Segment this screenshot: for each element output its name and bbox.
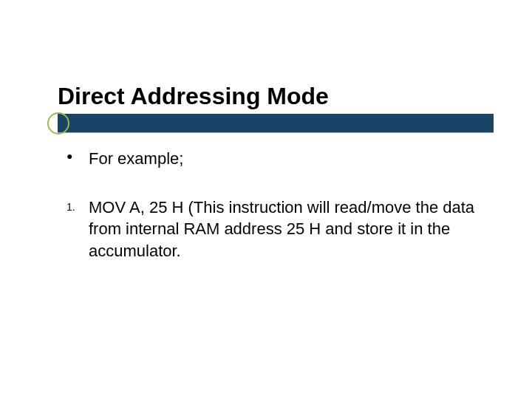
numbered-marker: 1. [66, 197, 89, 217]
slide: Direct Addressing Mode ● For example; 1.… [0, 0, 532, 399]
slide-title: Direct Addressing Mode [58, 83, 502, 110]
bullet-text: For example; [89, 148, 488, 170]
numbered-text: MOV A, 25 H (This instruction will read/… [89, 197, 488, 262]
accent-circle-icon [47, 112, 69, 134]
content-area: ● For example; 1. MOV A, 25 H (This inst… [66, 148, 488, 289]
title-underline-bar [58, 114, 494, 133]
bullet-marker-icon: ● [66, 148, 89, 166]
title-area: Direct Addressing Mode [58, 83, 502, 115]
numbered-item: 1. MOV A, 25 H (This instruction will re… [66, 197, 488, 262]
bullet-item: ● For example; [66, 148, 488, 170]
